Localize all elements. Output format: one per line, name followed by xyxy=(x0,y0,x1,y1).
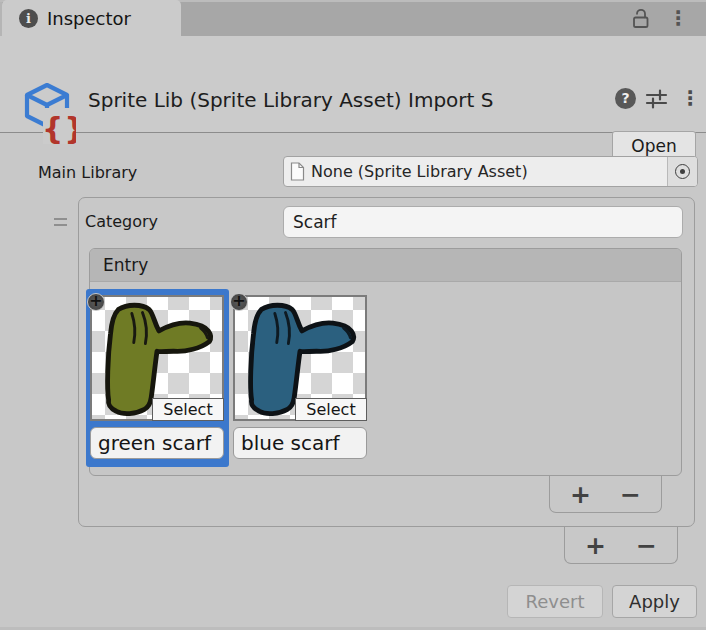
add-category-button[interactable]: + xyxy=(585,529,606,562)
inspector-tab-bar: i Inspector ⋮ xyxy=(0,0,706,36)
add-entry-button[interactable]: + xyxy=(570,478,591,511)
add-sprite-badge-icon: + xyxy=(230,293,248,311)
category-name-input[interactable] xyxy=(283,206,683,238)
entry-name-input[interactable] xyxy=(233,427,367,459)
asset-document-icon xyxy=(290,162,305,181)
presets-icon[interactable] xyxy=(645,88,668,109)
main-library-label: Main Library xyxy=(38,158,137,188)
add-sprite-badge-icon: + xyxy=(87,293,105,311)
unlock-icon[interactable] xyxy=(629,7,653,31)
remove-category-button[interactable]: − xyxy=(636,529,657,562)
entry-list-footer: + − xyxy=(549,476,662,513)
page-title: Sprite Lib (Sprite Library Asset) Import… xyxy=(88,86,610,114)
sprite-library-asset-icon: {} xyxy=(22,82,76,144)
object-picker-button[interactable] xyxy=(667,157,697,186)
drag-handle-icon[interactable] xyxy=(54,218,67,226)
revert-button[interactable]: Revert xyxy=(507,585,603,618)
category-list-footer: + − xyxy=(564,527,678,564)
remove-entry-button[interactable]: − xyxy=(620,478,641,511)
info-icon: i xyxy=(19,9,38,28)
header-menu-kebab-icon[interactable]: ⋮ xyxy=(678,86,702,110)
sprite-thumbnail-blue[interactable]: + Select xyxy=(233,295,367,421)
inspector-header: {} Sprite Lib (Sprite Library Asset) Imp… xyxy=(0,36,706,133)
tab-inspector[interactable]: i Inspector xyxy=(2,0,181,36)
select-button[interactable]: Select xyxy=(152,398,224,421)
list-item-blue-scarf[interactable]: + Select xyxy=(229,289,372,467)
category-label: Category xyxy=(85,206,158,238)
entry-list-header: Entry xyxy=(90,249,681,282)
main-library-object-field[interactable]: None (Sprite Library Asset) xyxy=(283,156,698,187)
main-library-value: None (Sprite Library Asset) xyxy=(311,162,667,181)
select-button[interactable]: Select xyxy=(295,398,367,421)
list-item-green-scarf[interactable]: + Select xyxy=(86,289,229,467)
object-picker-icon xyxy=(675,164,690,179)
tab-menu-kebab-icon[interactable]: ⋮ xyxy=(666,6,690,30)
sprite-thumbnail-green[interactable]: + Select xyxy=(90,295,224,421)
help-icon[interactable]: ? xyxy=(615,88,636,109)
apply-button[interactable]: Apply xyxy=(612,585,697,618)
tab-inspector-label: Inspector xyxy=(47,8,131,29)
entry-name-input[interactable] xyxy=(90,427,224,459)
svg-text:{}: {} xyxy=(42,111,76,144)
